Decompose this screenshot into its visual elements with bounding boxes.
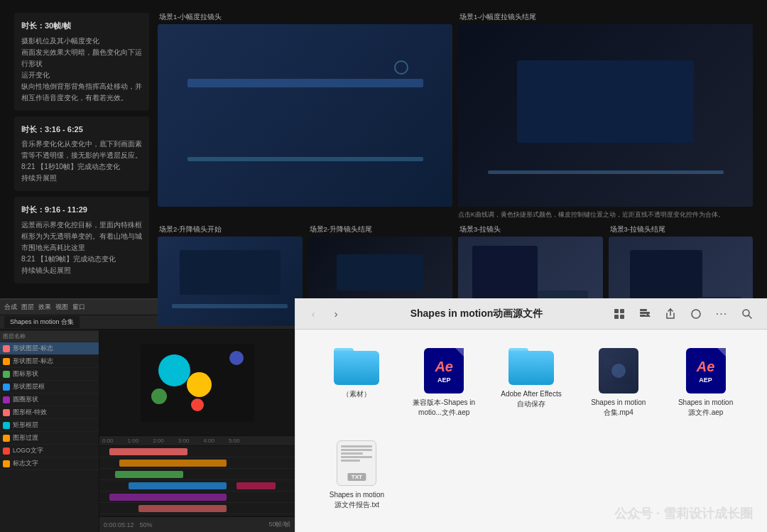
finder-item-label: Adobe After Effects 自动保存 <box>499 389 563 409</box>
ae-layer-item[interactable]: 图形框-特效 <box>0 406 99 419</box>
track-3 <box>99 469 295 480</box>
finder-item-label: Shapes in motion 源文件.aep <box>674 398 738 418</box>
finder-actions-group: ··· <box>609 304 757 324</box>
timeline-tracks <box>99 446 295 516</box>
ae-main: 图层名称 形状图层-标志 形状图层-标志 图标形状 形状图层框 <box>0 330 295 532</box>
ae-layer-item[interactable]: 标志文字 <box>0 457 99 470</box>
finder-item-txt[interactable]: TXT Shapes in motion 源文件报告.txt <box>317 436 397 514</box>
shape-green <box>151 389 167 404</box>
aep-label-2: AEP <box>699 376 712 384</box>
finder-item-compat-aep[interactable]: Ae AEP 兼容版本-Shapes in motio...文件.aep <box>404 344 484 422</box>
info-block-3: 时长：9:16 - 11:29 远景画示界变化控目标，里面内特殊框框形为为无透明… <box>14 197 149 283</box>
txt-type-badge: TXT <box>348 473 366 481</box>
ae-panel: 合成 图层 效果 视图 窗口 50帧/帧 Shapes in motion 合集… <box>0 298 295 532</box>
ae-layers-panel: 图层名称 形状图层-标志 形状图层-标志 图标形状 形状图层框 <box>0 330 99 532</box>
svg-rect-1 <box>620 309 624 313</box>
mp4-icon-shapes <box>599 348 638 393</box>
chevron-left-icon: ‹ <box>312 308 315 320</box>
ae-layer-item[interactable]: 图标形状 <box>0 368 99 381</box>
svg-rect-6 <box>640 315 646 317</box>
finder-item-label: （素材） <box>342 389 371 399</box>
ae-layer-item[interactable]: 圆圈形状 <box>0 393 99 406</box>
ae-brand-text-2: Ae <box>697 359 715 375</box>
info-block-2: 时长：3:16 - 6:25 音乐界变化化从变化中，底下到画面素雷等不透明缓，接… <box>14 116 149 192</box>
ae-menu-view[interactable]: 视图 <box>55 303 68 312</box>
svg-rect-0 <box>614 309 619 313</box>
shape-yellow <box>187 372 212 397</box>
bottom-section: 合成 图层 效果 视图 窗口 50帧/帧 Shapes in motion 合集… <box>0 298 767 532</box>
finder-tag-button[interactable] <box>686 304 706 324</box>
finder-content-area: （素材） Ae AEP 兼容版本-Shapes in motio...文件.ae… <box>295 330 767 532</box>
folder-icon-autosave <box>508 348 554 385</box>
timeline-ruler: 0:001:002:003:004:005:00 <box>99 436 295 446</box>
share-icon <box>665 308 676 320</box>
svg-point-8 <box>692 310 700 318</box>
ae-menu-composition[interactable]: 合成 <box>4 303 17 312</box>
shape-blue <box>229 351 244 365</box>
svg-rect-3 <box>620 315 624 319</box>
finder-back-button[interactable]: ‹ <box>305 306 321 322</box>
finder-item-label: 兼容版本-Shapes in motio...文件.aep <box>412 398 476 418</box>
sort-icon <box>639 308 651 320</box>
ae-menu-effects[interactable]: 效果 <box>38 303 51 312</box>
ae-menu-window[interactable]: 窗口 <box>72 303 85 312</box>
ae-timeline-area: 0:001:002:003:004:005:00 <box>99 330 295 532</box>
finder-item-materials[interactable]: （素材） <box>317 344 397 422</box>
scene-1-start-card: 场景1-小幅度拉镜头 <box>158 13 452 219</box>
track-7 <box>99 514 295 516</box>
aep-icon-compat: Ae AEP <box>424 348 464 393</box>
scene-1-end-desc: 点击K曲线调，黄色快捷形式颜色，橡皮控制键位置之动，近距直线不透明度变化控件为合… <box>458 210 753 219</box>
track-2 <box>99 457 295 469</box>
svg-line-10 <box>749 315 751 318</box>
finder-forward-button[interactable]: › <box>328 306 344 322</box>
ae-fps-display: 50帧/帧 <box>268 520 290 529</box>
chevron-right-icon: › <box>334 308 338 320</box>
finder-grid-view-button[interactable] <box>609 304 629 324</box>
watermark: 公众号 · 雪莉设计成长圈 <box>614 505 753 522</box>
finder-item-label: Shapes in motion 合集.mp4 <box>587 398 651 418</box>
ae-timeline: 0:001:002:003:004:005:00 <box>99 436 295 516</box>
txt-icon: TXT <box>337 440 376 486</box>
ae-zoom: 50% <box>140 521 153 528</box>
finder-item-mp4[interactable]: Shapes in motion 合集.mp4 <box>578 344 658 422</box>
aep-label: AEP <box>437 376 451 384</box>
track-6 <box>99 503 295 514</box>
ae-layer-item[interactable]: LOGO文字 <box>0 445 99 457</box>
finder-search-button[interactable] <box>737 304 757 324</box>
track-5 <box>99 492 295 503</box>
track-4 <box>99 480 295 492</box>
ae-layer-item[interactable]: 形状图层-标志 <box>0 342 99 355</box>
finder-item-autosave[interactable]: Adobe After Effects 自动保存 <box>491 344 572 422</box>
finder-sort-button[interactable] <box>635 304 655 324</box>
finder-more-button[interactable]: ··· <box>712 304 731 324</box>
ae-layer-item[interactable]: 形状图层-标志 <box>0 355 99 368</box>
search-icon <box>741 308 753 320</box>
info-block-1: 时长：30帧/帧 摄影机位及其小幅度变化 画面发光效果大明暗，颜色变化向下运行形… <box>14 13 149 111</box>
finder-toolbar: ‹ › Shapes in motion动画源文件 <box>295 298 767 330</box>
ae-controls-bar: 0:00:05:12 50% 50帧/帧 <box>99 516 295 532</box>
ae-layer-item[interactable]: 矩形框层 <box>0 419 99 432</box>
scene-2-start-card: 场景2-升降镜头开始 <box>158 225 303 326</box>
svg-rect-5 <box>640 312 650 314</box>
ae-preview <box>99 330 295 436</box>
preview-canvas <box>141 344 254 422</box>
ae-layer-item[interactable]: 图形过渡 <box>0 432 99 445</box>
svg-rect-2 <box>614 315 619 319</box>
tag-icon <box>690 308 702 320</box>
finder-path-title: Shapes in motion动画源文件 <box>351 308 602 320</box>
ae-layer-header: 图层名称 <box>0 331 99 342</box>
ae-menu-layer[interactable]: 图层 <box>21 303 34 312</box>
ae-brand-text: Ae <box>435 359 453 375</box>
ae-time-display: 0:00:05:12 <box>104 521 134 528</box>
scene-row-1: 场景1-小幅度拉镜头 场景1-小幅度拉镜头结尾 <box>158 13 753 219</box>
ae-layer-item[interactable]: 形状图层框 <box>0 381 99 393</box>
ae-active-tab[interactable]: Shapes in motion 合集 <box>4 316 80 328</box>
scene-1-end-card: 场景1-小幅度拉镜头结尾 点击K曲线调，黄色快捷形式颜色，橡皮控制键位置之动，近… <box>458 13 753 219</box>
aep-icon-source: Ae AEP <box>686 348 726 393</box>
ellipsis-icon: ··· <box>716 308 727 320</box>
track-1 <box>99 446 295 457</box>
finder-share-button[interactable] <box>660 304 680 324</box>
finder-item-source-aep[interactable]: Ae AEP Shapes in motion 源文件.aep <box>665 344 746 422</box>
top-section: 时长：30帧/帧 摄影机位及其小幅度变化 画面发光效果大明暗，颜色变化向下运行形… <box>0 0 767 298</box>
finder-panel: ‹ › Shapes in motion动画源文件 <box>295 298 767 532</box>
